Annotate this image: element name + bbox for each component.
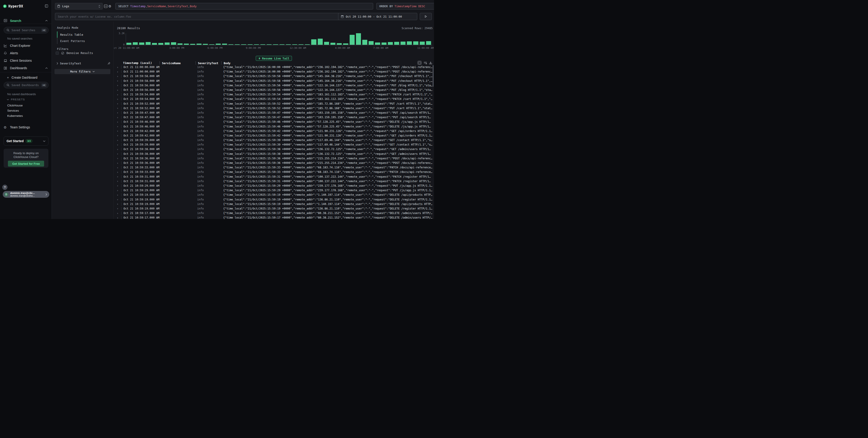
sidebar-collapse-icon[interactable] — [45, 4, 48, 8]
sql-editor-toggle-icon[interactable] — [104, 4, 107, 8]
table-row[interactable]: ›Oct 21 10:59:17.000 AMinfo{"time_local"… — [114, 211, 434, 215]
table-row[interactable]: ›Oct 21 10:59:42.000 AMinfo{"time_local"… — [114, 133, 434, 138]
sidebar-item-dashboards[interactable]: Dashboards — [0, 65, 52, 71]
help-button[interactable]: ? — [2, 184, 7, 190]
table-row[interactable]: ›Oct 21 10:59:19.000 AMinfo{"time_local"… — [114, 202, 434, 206]
table-row[interactable]: ›Oct 21 10:59:58.000 AMinfo{"time_local"… — [114, 74, 434, 78]
row-expander-icon[interactable]: › — [116, 134, 121, 137]
row-expander-icon[interactable]: › — [116, 139, 121, 142]
sidebar-item-search[interactable]: Search — [0, 18, 52, 24]
col-timestamp[interactable]: Timestamp (Local) — [121, 61, 159, 65]
get-started-free-button[interactable]: Get Started for Free — [8, 161, 44, 167]
table-row[interactable]: ›Oct 21 10:59:19.000 AMinfo{"time_local"… — [114, 193, 434, 197]
table-row[interactable]: ›Oct 21 10:59:52.000 AMinfo{"time_local"… — [114, 106, 434, 110]
table-row[interactable]: ›Oct 21 10:59:29.000 AMinfo{"time_local"… — [114, 188, 434, 193]
table-row[interactable]: ›Oct 21 10:59:19.000 AMinfo{"time_local"… — [114, 206, 434, 211]
row-expander-icon[interactable]: › — [116, 129, 121, 133]
table-row[interactable]: ›Oct 21 10:59:54.000 AMinfo{"time_local"… — [114, 92, 434, 97]
facet-severity-text[interactable]: SeverityText — [57, 62, 111, 65]
row-expander-icon[interactable]: › — [116, 111, 121, 114]
row-expander-icon[interactable]: › — [116, 88, 121, 92]
table-row[interactable]: ›Oct 21 10:59:42.000 AMinfo{"time_local"… — [114, 129, 434, 133]
row-expander-icon[interactable]: › — [116, 79, 121, 82]
table-row[interactable]: ›Oct 21 10:59:47.000 AMinfo{"time_local"… — [114, 110, 434, 115]
row-expander-icon[interactable]: › — [116, 179, 121, 183]
preset-kubernetes[interactable]: Kubernetes — [7, 114, 23, 117]
table-row[interactable]: ›Oct 21 10:59:39.000 AMinfo{"time_local"… — [114, 142, 434, 147]
row-expander-icon[interactable]: › — [116, 66, 121, 69]
search-input[interactable]: Search your events w/ Lucene ex. column:… — [55, 13, 387, 20]
table-row[interactable]: ›Oct 21 11:00:00.000 AMinfo{"time_local"… — [114, 65, 434, 69]
row-expander-icon[interactable]: › — [116, 161, 121, 165]
row-expander-icon[interactable]: › — [116, 170, 121, 174]
row-expander-icon[interactable]: › — [116, 75, 121, 78]
row-expander-icon[interactable]: › — [116, 202, 121, 206]
row-expander-icon[interactable]: › — [116, 198, 121, 201]
get-started-card[interactable]: Get Started 3/3 — [4, 136, 49, 145]
row-expander-icon[interactable]: › — [116, 211, 121, 215]
col-service-name[interactable]: ServiceName — [159, 62, 195, 64]
table-row[interactable]: ›Oct 21 10:59:56.000 AMinfo{"time_local"… — [114, 83, 434, 88]
table-row[interactable]: ›Oct 21 11:00:00.000 AMinfo{"time_local"… — [114, 69, 434, 74]
row-expander-icon[interactable]: › — [116, 70, 121, 73]
table-row[interactable]: ›Oct 21 10:59:31.000 AMinfo{"time_local"… — [114, 179, 434, 183]
row-expander-icon[interactable]: › — [116, 157, 121, 160]
table-row[interactable]: ›Oct 21 10:59:54.000 AMinfo{"time_local"… — [114, 97, 434, 101]
select-query-input[interactable]: SELECT Timestamp,ServiceName,SeverityTex… — [115, 3, 373, 9]
row-expander-icon[interactable]: › — [116, 207, 121, 210]
row-expander-icon[interactable]: › — [116, 120, 121, 124]
download-icon[interactable] — [429, 61, 432, 64]
denoise-checkbox[interactable] — [56, 52, 59, 55]
table-row[interactable]: ›Oct 21 10:59:47.000 AMinfo{"time_local"… — [114, 115, 434, 120]
row-expander-icon[interactable]: › — [116, 152, 121, 156]
run-query-button[interactable] — [420, 13, 432, 20]
sidebar-item-team-settings[interactable]: ⚙ Team Settings — [0, 124, 52, 130]
resume-live-tail-button[interactable]: Resume Live Tail — [256, 56, 292, 61]
table-row[interactable]: ›Oct 21 10:59:46.000 AMinfo{"time_local"… — [114, 124, 434, 129]
mode-event-patterns[interactable]: Event Patterns — [57, 38, 109, 44]
row-expander-icon[interactable]: › — [116, 175, 121, 178]
pin-icon[interactable] — [107, 62, 111, 65]
table-row[interactable]: ›Oct 21 10:59:38.000 AMinfo{"time_local"… — [114, 147, 434, 151]
date-range-picker[interactable]: Oct 20 11:00:00 - Oct 21 11:00:00 — [338, 13, 417, 20]
order-by-input[interactable]: ORDER BY TimestampTime DESC — [376, 3, 434, 9]
vertical-scrollbar[interactable] — [433, 65, 434, 87]
source-settings-gear-icon[interactable]: ⚙ — [108, 4, 111, 8]
row-expander-icon[interactable]: › — [116, 83, 121, 87]
table-row[interactable]: ›Oct 21 10:59:36.000 AMinfo{"time_local"… — [114, 161, 434, 165]
wrap-lines-icon[interactable] — [424, 62, 427, 64]
preset-services[interactable]: Services — [7, 109, 19, 112]
row-expander-icon[interactable]: › — [116, 147, 121, 151]
row-expander-icon[interactable]: › — [116, 102, 121, 105]
mode-results-table[interactable]: Results Table — [57, 31, 109, 38]
saved-dashboards-input[interactable]: Saved Dashboards ⌘K — [4, 82, 49, 88]
denoise-results-toggle[interactable]: Denoise Results — [56, 51, 93, 55]
row-expander-icon[interactable]: › — [116, 216, 121, 219]
table-row[interactable]: ›Oct 21 10:59:38.000 AMinfo{"time_local"… — [114, 151, 434, 156]
col-body[interactable]: Body — [221, 62, 434, 64]
table-row[interactable]: ›Oct 21 10:59:33.000 AMinfo{"time_local"… — [114, 165, 434, 170]
table-row[interactable]: ›Oct 21 10:59:52.000 AMinfo{"time_local"… — [114, 101, 434, 106]
create-dashboard-button[interactable]: + Create Dashboard — [0, 75, 52, 80]
row-expander-icon[interactable]: › — [116, 106, 121, 110]
source-select[interactable]: Logs — [55, 3, 103, 9]
saved-searches-input[interactable]: Saved Searches ⌘K — [4, 27, 49, 33]
table-row[interactable]: ›Oct 21 10:59:33.000 AMinfo{"time_local"… — [114, 170, 434, 174]
raw-mode-icon[interactable] — [417, 61, 422, 65]
row-expander-icon[interactable]: › — [116, 166, 121, 169]
table-row[interactable]: ›Oct 21 10:59:36.000 AMinfo{"time_local"… — [114, 156, 434, 161]
row-expander-icon[interactable]: › — [116, 189, 121, 192]
table-row[interactable]: ›Oct 21 10:59:56.000 AMinfo{"time_local"… — [114, 88, 434, 92]
sidebar-item-alerts[interactable]: Alerts — [0, 50, 52, 56]
sidebar-item-client-sessions[interactable]: Client Sessions — [0, 58, 52, 64]
row-expander-icon[interactable]: › — [116, 143, 121, 146]
table-row[interactable]: ›Oct 21 10:59:46.000 AMinfo{"time_local"… — [114, 120, 434, 124]
user-menu[interactable]: D dominic.tran@clic... dominic.tran@clic… — [3, 191, 49, 198]
table-row[interactable]: ›Oct 21 10:59:58.000 AMinfo{"time_local"… — [114, 79, 434, 83]
table-row[interactable]: ›Oct 21 10:59:19.000 AMinfo{"time_local"… — [114, 197, 434, 202]
table-row[interactable]: ›Oct 21 10:59:29.000 AMinfo{"time_local"… — [114, 183, 434, 188]
table-row[interactable]: ›Oct 21 10:59:31.000 AMinfo{"time_local"… — [114, 174, 434, 179]
table-row[interactable]: ›Oct 21 10:59:39.000 AMinfo{"time_local"… — [114, 138, 434, 142]
row-expander-icon[interactable]: › — [116, 193, 121, 197]
table-row[interactable]: ›Oct 21 10:59:17.000 AMinfo{"time_local"… — [114, 215, 434, 219]
